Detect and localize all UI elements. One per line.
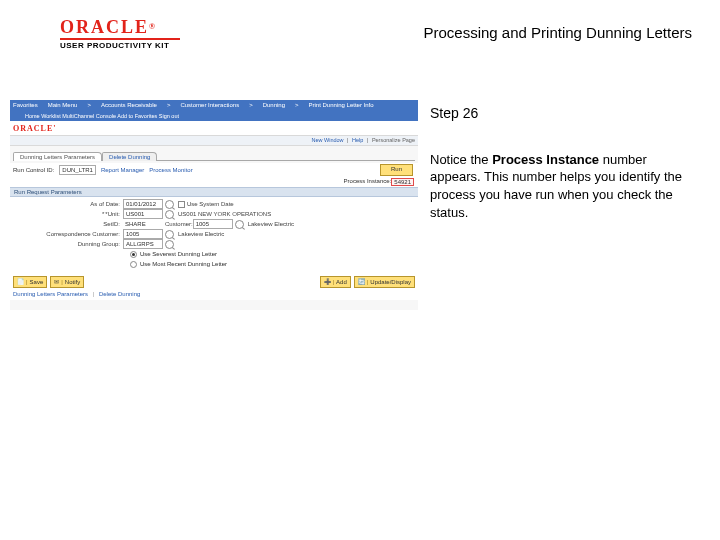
bc-cust[interactable]: Customer Interactions xyxy=(180,100,239,111)
runcontrol-label: Run Control ID: xyxy=(13,167,54,173)
oracle-upk-logo: ORACLE® USER PRODUCTIVITY KIT xyxy=(60,18,180,50)
lookup-icon[interactable] xyxy=(165,210,174,219)
link-report-manager[interactable]: Report Manager xyxy=(101,167,144,173)
radio-recent[interactable] xyxy=(130,261,137,268)
instruction-panel: Step 26 Notice the Process Instance numb… xyxy=(430,104,690,221)
radio-severest-label: Use Severest Dunning Letter xyxy=(140,251,217,257)
page-title: Processing and Printing Dunning Letters xyxy=(424,24,693,41)
lookup-icon[interactable] xyxy=(165,230,174,239)
unit-desc: US001 NEW YORK OPERATIONS xyxy=(178,211,271,217)
link-personalize[interactable]: Personalize Page xyxy=(372,137,415,143)
mini-oracle-logo: ORACLE' xyxy=(13,124,56,133)
instr-bold: Process Instance xyxy=(492,152,599,167)
upk-header: ORACLE® USER PRODUCTIVITY KIT Processing… xyxy=(0,18,720,78)
asof-field[interactable]: 01/01/2012 xyxy=(123,199,163,209)
group-header: Run Request Parameters xyxy=(10,187,418,197)
link-process-monitor[interactable]: Process Monitor xyxy=(149,167,192,173)
bc-favorites[interactable]: Favorites xyxy=(13,100,38,111)
link-worklist[interactable]: Worklist xyxy=(41,113,60,119)
app-topbar: Favorites Main Menu > Accounts Receivabl… xyxy=(10,100,418,111)
upk-subtitle: USER PRODUCTIVITY KIT xyxy=(60,38,180,50)
action-bar: 📄|Save ✉|Notify ➕|Add 🔄|Update/Display xyxy=(10,273,418,288)
reg-mark: ® xyxy=(149,22,157,31)
step-instruction: Notice the Process Instance number appea… xyxy=(430,151,690,221)
oracle-wordmark: ORACLE® xyxy=(60,18,180,36)
tab-row: Dunning Letters Parameters Delete Dunnin… xyxy=(10,146,418,160)
bc-print[interactable]: Print Dunning Letter Info xyxy=(309,100,374,111)
app-utility-links: New Window | Help | Personalize Page xyxy=(10,136,418,146)
run-button[interactable]: Run xyxy=(380,164,413,176)
lookup-icon[interactable] xyxy=(165,240,174,249)
bc-ar[interactable]: Accounts Receivable xyxy=(101,100,157,111)
app-subbar: Home Worklist MultiChannel Console Add t… xyxy=(10,111,418,121)
use-sysdate-label: Use System Date xyxy=(187,201,234,207)
runcontrol-value: DUN_LTR1 xyxy=(59,165,96,175)
footer-tab-links: Dunning Letters Parameters | Delete Dunn… xyxy=(10,288,418,300)
step-label: Step 26 xyxy=(430,104,690,123)
save-button[interactable]: 📄|Save xyxy=(13,276,47,288)
link-help[interactable]: Help xyxy=(352,137,363,143)
process-instance-label: Process Instance: xyxy=(344,178,392,186)
customer-desc: Lakeview Electric xyxy=(248,221,294,227)
oracle-word: ORACLE xyxy=(60,17,149,37)
setid-value: SHARE xyxy=(123,220,161,228)
notify-button[interactable]: ✉|Notify xyxy=(50,276,84,288)
footlink-delete[interactable]: Delete Dunning xyxy=(99,291,140,297)
add-button[interactable]: ➕|Add xyxy=(320,276,351,288)
setid-label: SetID: xyxy=(10,221,123,227)
form-grid: As of Date: 01/01/2012 Use System Date *… xyxy=(10,197,418,273)
unit-label: *Unit: xyxy=(10,211,123,217)
process-instance-row: Process Instance: 54921 xyxy=(10,177,418,187)
link-newwindow[interactable]: New Window xyxy=(311,137,343,143)
customer-label: Customer: xyxy=(165,221,193,227)
instr-prefix: Notice the xyxy=(430,152,492,167)
radio-severest[interactable] xyxy=(130,251,137,258)
asof-label: As of Date: xyxy=(10,201,123,207)
radio-recent-label: Use Most Recent Dunning Letter xyxy=(140,261,227,267)
bc-mainmenu[interactable]: Main Menu xyxy=(48,100,78,111)
lookup-icon[interactable] xyxy=(235,220,244,229)
use-sysdate-checkbox[interactable] xyxy=(178,201,185,208)
link-home[interactable]: Home xyxy=(25,113,40,119)
application-screenshot: Favorites Main Menu > Accounts Receivabl… xyxy=(10,100,418,310)
unit-field[interactable]: US001 xyxy=(123,209,163,219)
dunninggroup-field[interactable]: ALLGRPS xyxy=(123,239,163,249)
bc-dunning[interactable]: Dunning xyxy=(263,100,285,111)
corrcust-field[interactable]: 1005 xyxy=(123,229,163,239)
dunninggroup-label: Dunning Group: xyxy=(10,241,123,247)
app-brand-row: ORACLE' xyxy=(10,121,418,136)
tab-delete-dunning[interactable]: Delete Dunning xyxy=(102,152,157,161)
process-instance-value: 54921 xyxy=(391,178,414,186)
update-button[interactable]: 🔄|Update/Display xyxy=(354,276,415,288)
corrcust-desc: Lakeview Electric xyxy=(178,231,224,237)
calendar-icon[interactable] xyxy=(165,200,174,209)
run-control-row: Run Control ID: DUN_LTR1 Report Manager … xyxy=(10,163,418,177)
link-signout[interactable]: Sign out xyxy=(159,113,179,119)
link-addfav[interactable]: Add to Favorites xyxy=(117,113,157,119)
footlink-params[interactable]: Dunning Letters Parameters xyxy=(13,291,88,297)
tab-dunning-parameters[interactable]: Dunning Letters Parameters xyxy=(13,152,102,161)
link-mcc[interactable]: MultiChannel Console xyxy=(62,113,116,119)
customer-field[interactable]: 1005 xyxy=(193,219,233,229)
corrcust-label: Correspondence Customer: xyxy=(10,231,123,237)
